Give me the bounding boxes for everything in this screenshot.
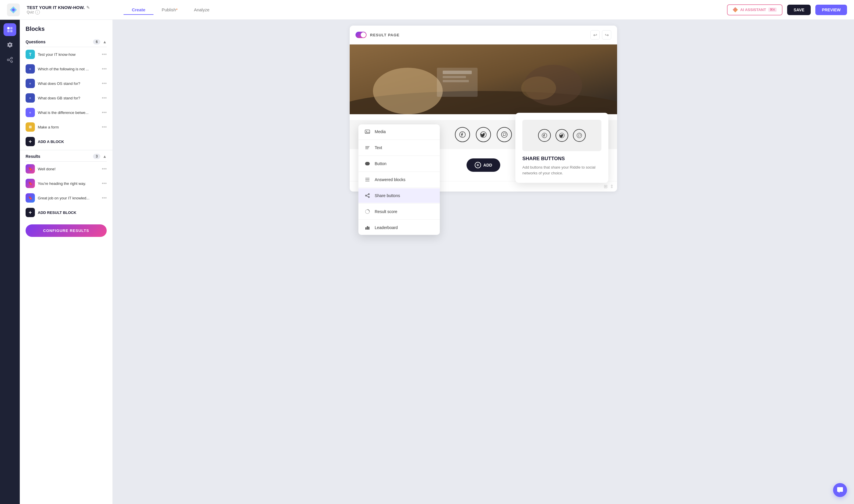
dropdown-item-leaderboard[interactable]: Leaderboard [358, 220, 440, 235]
svg-point-30 [365, 195, 366, 196]
dropdown-overlay: Media Text Button [358, 124, 440, 235]
configure-results-button[interactable]: CONFIGURE RESULTS [25, 224, 107, 237]
share-buttons-label: Share buttons [375, 193, 400, 198]
info-icon[interactable]: i [35, 10, 40, 15]
add-result-block-button[interactable]: + ADD RESULT BLOCK [20, 205, 112, 220]
add-block-button[interactable]: + ADD A BLOCK [20, 134, 112, 149]
block-label-2: What does OS stand for? [38, 82, 99, 86]
whatsapp-share-button[interactable] [497, 127, 512, 142]
topnav: TEST YOUR IT KNOW-HOW. ✎ Quiz i Create P… [0, 0, 854, 20]
block-label-1: Which of the following is not ... [38, 67, 99, 71]
nav-publish[interactable]: Publish* [153, 5, 186, 15]
sidebar-share-icon[interactable] [3, 53, 16, 66]
logo[interactable] [7, 3, 20, 16]
dropdown-item-result-score[interactable]: Result score [358, 204, 440, 219]
questions-chevron-icon[interactable]: ▲ [103, 39, 107, 44]
block-menu-0[interactable]: ••• [102, 52, 107, 57]
ai-shortcut-badge: ⌘K [768, 7, 777, 12]
chat-bubble-button[interactable] [833, 483, 847, 497]
canvas-hero-image [350, 44, 617, 114]
svg-point-10 [373, 68, 443, 114]
preview-panel: SHARE BUTTONS Add buttons that share you… [515, 113, 608, 183]
list-item[interactable]: ⊞ Make a form ••• [20, 120, 112, 134]
svg-point-7 [11, 61, 13, 62]
ai-assistant-button[interactable]: AI ASSISTANT ⌘K [727, 4, 783, 15]
block-menu-2[interactable]: ••• [102, 81, 107, 86]
dropdown-item-text[interactable]: Text [358, 140, 440, 155]
svg-rect-4 [10, 30, 13, 32]
block-menu-5[interactable]: ••• [102, 124, 107, 130]
list-item[interactable]: 🔖 You're heading the right way. ••• [20, 176, 112, 191]
ai-diamond-icon [733, 7, 738, 13]
svg-point-32 [365, 210, 369, 214]
facebook-share-button[interactable] [455, 127, 470, 142]
preview-button[interactable]: PREVIEW [815, 5, 847, 15]
svg-point-6 [7, 59, 9, 61]
dropdown-divider-5 [358, 203, 440, 204]
list-item[interactable]: ≡ What does GB stand for? ••• [20, 91, 112, 105]
undo-button[interactable]: ↩ [590, 30, 600, 39]
nav-analyze[interactable]: Analyze [186, 5, 217, 15]
svg-rect-14 [443, 76, 466, 78]
twitter-share-button[interactable] [476, 127, 491, 142]
result-menu-1[interactable]: ••• [102, 181, 107, 186]
svg-rect-3 [7, 30, 10, 32]
add-button[interactable]: + ADD [467, 158, 500, 172]
block-menu-1[interactable]: ••• [102, 66, 107, 72]
preview-facebook-icon [538, 129, 551, 142]
icon-sidebar [0, 20, 20, 504]
list-item[interactable]: T Test your IT know-how ••• [20, 47, 112, 61]
list-item[interactable]: 🔖 Well done! ••• [20, 162, 112, 176]
result-page-toggle[interactable] [356, 32, 366, 38]
result-page-header: RESULT PAGE ↩ ↪ [350, 25, 617, 44]
answered-blocks-icon [364, 176, 370, 183]
text-icon [364, 144, 370, 151]
title-block: TEST YOUR IT KNOW-HOW. ✎ Quiz i [27, 5, 90, 15]
button-label: Button [375, 161, 386, 166]
publish-asterisk: * [176, 7, 178, 12]
list-item[interactable]: ≡ What does OS stand for? ••• [20, 76, 112, 91]
edit-icon[interactable]: ✎ [86, 5, 90, 10]
dropdown-divider-1 [358, 140, 440, 140]
canvas-area: RESULT PAGE ↩ ↪ [113, 20, 854, 504]
questions-section-header: Questions 6 ▲ [20, 37, 112, 47]
block-icon-t: T [25, 50, 35, 59]
redo-button[interactable]: ↪ [602, 30, 611, 39]
dropdown-item-share-buttons[interactable]: Share buttons [358, 188, 440, 203]
dropdown-item-answered-blocks[interactable]: Answered blocks [358, 173, 440, 187]
resize-icon-expand[interactable]: ⇕ [610, 184, 614, 189]
add-result-icon: + [25, 208, 35, 217]
block-menu-4[interactable]: ••• [102, 110, 107, 115]
resize-icon-grid[interactable]: ⊞ [604, 184, 607, 189]
questions-count: 6 [93, 39, 100, 44]
block-icon-1: ≡ [25, 64, 35, 74]
result-menu-0[interactable]: ••• [102, 166, 107, 172]
svg-point-5 [11, 57, 13, 59]
svg-rect-13 [443, 71, 472, 74]
publish-label: Publish [162, 7, 176, 12]
dropdown-item-media[interactable]: Media [358, 124, 440, 139]
block-label-3: What does GB stand for? [38, 96, 99, 100]
svg-point-16 [521, 76, 556, 100]
block-icon-4: ≡ [25, 108, 35, 117]
svg-rect-25 [365, 162, 370, 165]
media-icon [364, 128, 370, 135]
block-icon-2: ≡ [25, 79, 35, 88]
block-label-4: What is the difference betwe... [38, 110, 99, 115]
sidebar-settings-icon[interactable] [3, 38, 16, 51]
result-icon-0: 🔖 [25, 164, 35, 174]
block-menu-3[interactable]: ••• [102, 95, 107, 101]
questions-label: Questions [25, 39, 46, 44]
dropdown-item-button[interactable]: Button [358, 156, 440, 171]
svg-rect-33 [365, 227, 366, 230]
sidebar-blocks-icon[interactable] [3, 23, 16, 36]
save-button[interactable]: SAVE [787, 5, 811, 15]
results-chevron-icon[interactable]: ▲ [103, 154, 107, 159]
list-item[interactable]: ≡ What is the difference betwe... ••• [20, 105, 112, 120]
nav-create[interactable]: Create [124, 5, 153, 15]
list-item[interactable]: ≡ Which of the following is not ... ••• [20, 61, 112, 76]
list-item[interactable]: 🔖 Great job on your IT knowled... ••• [20, 191, 112, 205]
share-buttons-icon [364, 193, 370, 199]
results-count: 3 [93, 154, 100, 159]
result-menu-2[interactable]: ••• [102, 195, 107, 201]
